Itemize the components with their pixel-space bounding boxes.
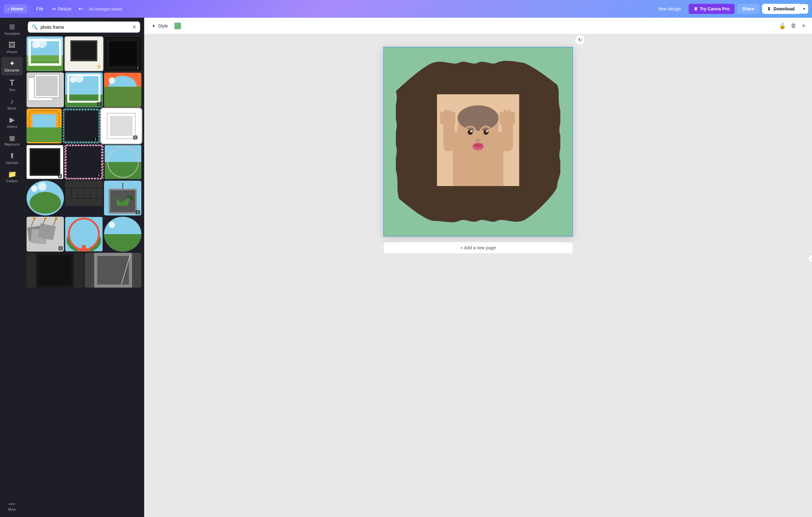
search-input[interactable] [40,25,129,30]
canvas-scroll[interactable]: ↻ [144,34,812,517]
svg-point-68 [55,217,58,220]
premium-badge: ♛ [97,64,101,69]
share-button[interactable]: Share [737,4,759,14]
list-item[interactable]: £ [65,73,103,107]
photo-frame[interactable] [396,59,560,224]
uploads-icon: ⬆ [9,153,15,160]
topbar-left: ‹ Home File ⇔ Resize ↩ All changes saved [4,3,122,14]
canvas-toolbar: ✦ Style 🔒 🗑 + [144,18,812,34]
sidebar-item-music[interactable]: ♪ Music [1,95,23,113]
list-item[interactable] [104,73,141,107]
resize-button[interactable]: ⇔ Resize [48,4,75,13]
svg-rect-24 [104,87,141,107]
videos-label: Videos [7,125,17,129]
list-item[interactable] [104,217,141,251]
svg-rect-2 [27,55,63,61]
list-item[interactable] [105,144,141,180]
svg-rect-95 [500,112,503,124]
list-item[interactable] [27,109,62,143]
results-grid: ♛ £ [24,36,144,517]
sidebar-item-photos[interactable]: 🖼 Photos [1,38,23,57]
list-item[interactable]: £ [27,144,63,180]
list-item[interactable] [65,217,103,251]
new-design-label: New design [658,6,681,11]
download-dropdown-button[interactable]: ▾ [800,4,808,13]
new-design-button[interactable]: New design [653,4,686,14]
svg-point-67 [44,217,47,220]
file-button[interactable]: File [33,4,48,13]
sidebar-item-uploads[interactable]: ⬆ Uploads [1,149,23,168]
svg-rect-50 [85,189,90,198]
list-item[interactable]: ♛ [64,36,103,71]
svg-rect-97 [507,110,511,123]
undo-button[interactable]: ↩ [77,3,85,14]
list-item[interactable]: £ [27,217,64,251]
style-button[interactable]: ✦ Style [149,22,170,30]
svg-rect-28 [27,128,62,142]
try-canva-button[interactable]: ♛ Try Canva Pro [689,4,734,14]
clear-search-button[interactable]: ✕ [132,24,136,30]
lock-button[interactable]: 🔒 [778,21,787,31]
svg-point-44 [31,186,38,192]
canvas-page[interactable]: ↻ [383,47,573,237]
svg-rect-93 [448,110,452,123]
list-item[interactable] [27,36,63,71]
list-item[interactable] [27,181,64,215]
music-icon: ♪ [10,98,14,105]
chevron-left-icon: ‹ [8,6,9,11]
svg-point-101 [468,130,473,135]
svg-point-88 [458,105,499,131]
add-button[interactable]: + [800,21,807,31]
templates-icon: ⊞ [9,23,15,30]
elements-icon: ✦ [9,60,15,67]
list-item[interactable]: £ [64,144,103,180]
svg-rect-80 [38,255,71,285]
list-item[interactable]: £ [105,36,141,71]
price-badge: £ [136,210,140,214]
svg-point-107 [474,144,483,147]
background-icon: ▦ [9,135,15,141]
resize-label: Resize [58,6,71,11]
svg-rect-33 [110,116,133,136]
sidebar-item-videos[interactable]: ▶ Videos [1,113,23,132]
svg-rect-52 [97,189,102,198]
list-item[interactable] [27,253,84,288]
download-label: Download [774,6,794,11]
more-icon: ••• [9,502,16,506]
search-icon: 🔍 [32,24,38,30]
color-swatch[interactable] [174,23,181,29]
svg-rect-76 [104,234,141,251]
list-item[interactable]: £ [104,181,141,215]
uploads-label: Uploads [6,161,18,165]
delete-button[interactable]: 🗑 [789,21,798,30]
list-item[interactable]: £ [101,109,141,143]
sidebar-item-templates[interactable]: ⊞ Templates [1,20,23,38]
svg-point-105 [475,138,481,142]
elements-label: Elements [5,69,19,72]
svg-rect-82 [97,256,129,284]
divider [30,5,30,13]
svg-rect-36 [31,149,59,174]
search-bar: 🔍 ✕ [28,22,140,33]
sidebar-item-folders[interactable]: 📁 Folders [1,168,23,186]
crown-icon: ♛ [694,6,698,11]
download-button[interactable]: ⬇ Download [762,4,800,14]
list-item[interactable] [65,181,103,206]
home-button[interactable]: ‹ Home [4,4,27,13]
file-label: File [36,6,44,11]
sidebar-item-elements[interactable]: ✦ Elements [1,57,23,75]
canvas-area: ✦ Style 🔒 🗑 + ↻ [144,18,812,517]
left-sidebar: ⊞ Templates 🖼 Photos ✦ Elements T Text ♪… [0,18,24,517]
sidebar-item-more[interactable]: ••• More [1,499,23,514]
price-badge: £ [97,173,101,177]
rotate-handle[interactable]: ↻ [575,35,585,45]
sidebar-item-text[interactable]: T Text [1,75,23,95]
list-item[interactable] [85,253,142,288]
music-label: Music [8,106,17,110]
videos-icon: ▶ [9,116,15,124]
sidebar-item-background[interactable]: ▦ Bkground [1,132,23,149]
list-item[interactable] [27,73,64,107]
svg-point-5 [37,38,47,48]
add-page-button[interactable]: + Add a new page [383,242,573,254]
list-item[interactable]: £ [63,109,100,143]
